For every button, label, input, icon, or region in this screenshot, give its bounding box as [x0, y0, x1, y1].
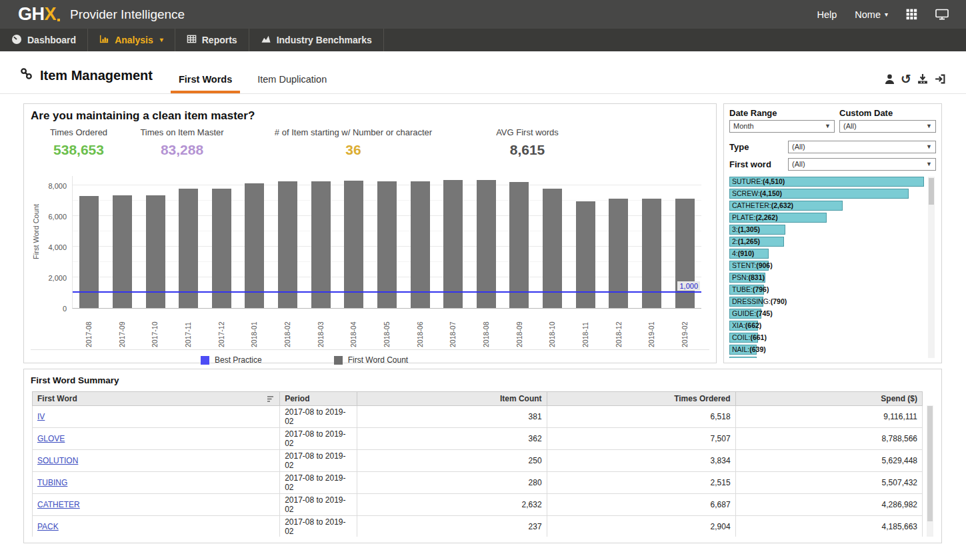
cell-first-word: TUBING — [33, 472, 280, 494]
first-word-filter-bar[interactable]: 4:(910) — [729, 249, 924, 261]
type-value: (All) — [792, 143, 805, 151]
nav-label: Dashboard — [27, 35, 76, 45]
user-menu[interactable]: Nome ▾ — [855, 9, 888, 20]
first-word-link[interactable]: PACK — [37, 522, 59, 531]
x-tick-label: 2017-10 — [145, 309, 165, 347]
cell-spend: 4,286,982 — [735, 494, 922, 516]
legend-first-word-count[interactable]: First Word Count — [334, 355, 408, 365]
first-word-filter-bar[interactable]: LPS:(628) — [729, 357, 924, 358]
list-scrollbar[interactable] — [928, 177, 935, 358]
first-word-filter-bar[interactable]: GUIDE:(745) — [729, 309, 924, 321]
first-word-link[interactable]: CATHETER — [37, 500, 80, 509]
nav-item-reports[interactable]: Reports — [175, 29, 249, 51]
first-word-filter-bar[interactable]: COIL:(661) — [729, 333, 924, 345]
scrollbar-thumb[interactable] — [929, 178, 934, 205]
chart-bar[interactable] — [179, 189, 198, 308]
cell-period: 2017-08 to 2019-02 — [280, 494, 357, 516]
first-word-link[interactable]: IV — [37, 412, 45, 421]
chart-legend: Best Practice First Word Count — [31, 349, 709, 370]
chart-bar[interactable] — [509, 182, 529, 308]
scrollbar-thumb[interactable] — [927, 406, 933, 521]
cell-item-count: 237 — [357, 516, 547, 537]
sort-icon[interactable] — [267, 395, 275, 405]
monitor-icon[interactable] — [935, 9, 949, 20]
y-axis: First Word Count 02,0004,0006,0008,000 — [31, 176, 72, 309]
first-word-select[interactable]: (All) ▼ — [788, 158, 936, 171]
column-header-spend[interactable]: Spend ($) — [735, 392, 922, 406]
bar-label: COIL:(661) — [732, 333, 767, 343]
tab-first-words[interactable]: First Words — [166, 74, 245, 93]
x-tick-label: 2019-01 — [642, 309, 661, 347]
first-word-link[interactable]: SOLUTION — [37, 456, 78, 465]
cell-times-ordered: 2,515 — [547, 472, 735, 494]
first-word-filter-bar[interactable]: 3:(1,305) — [729, 225, 924, 237]
kpi-value: 36 — [253, 142, 453, 158]
kpi-label: # of Item starting w/ Number or characte… — [253, 127, 453, 137]
first-word-link[interactable]: TUBING — [37, 478, 67, 487]
first-word-filter-bar[interactable]: XIA:(662) — [729, 321, 924, 333]
first-word-filter-bar[interactable]: NAIL:(639) — [729, 345, 924, 357]
chart-bar[interactable] — [245, 183, 264, 308]
bar-label: SCREW:(4,150) — [732, 189, 782, 199]
bar-label: DRESSING:(790) — [732, 297, 787, 307]
user-icon[interactable] — [884, 73, 895, 85]
apps-grid-icon[interactable] — [906, 9, 917, 20]
x-axis-labels: 2017-082017-092017-102017-112017-122018-… — [72, 309, 701, 347]
first-word-link[interactable]: GLOVE — [37, 434, 65, 443]
chart-bar[interactable] — [311, 181, 331, 308]
cell-first-word: PACK — [33, 516, 280, 537]
first-word-filter-bar[interactable]: PLATE:(2,262) — [729, 213, 924, 225]
chart-bar[interactable] — [543, 189, 562, 308]
y-tick-label: 8,000 — [48, 182, 67, 190]
custom-date-select[interactable]: (All) ▼ — [839, 120, 936, 133]
sign-out-icon[interactable] — [934, 73, 946, 85]
custom-date-value: (All) — [843, 122, 857, 130]
first-word-filter-bar[interactable]: CATHETER:(2,632) — [729, 201, 924, 213]
bars-row — [73, 176, 701, 308]
first-word-filter-bar[interactable]: 2:(1,265) — [729, 237, 924, 249]
download-icon[interactable] — [917, 73, 929, 85]
type-select[interactable]: (All) ▼ — [788, 141, 936, 153]
chart-bar[interactable] — [477, 180, 496, 308]
column-header-item-count[interactable]: Item Count — [357, 392, 547, 406]
nav-item-dashboard[interactable]: Dashboard — [0, 29, 88, 51]
kpi-value: 538,653 — [45, 142, 112, 158]
chevron-down-icon: ▾ — [160, 37, 163, 43]
chart-bar[interactable] — [344, 181, 363, 308]
x-tick-label: 2018-12 — [609, 309, 628, 347]
chart-bar[interactable] — [377, 181, 397, 308]
table-scrollbar[interactable] — [927, 405, 933, 537]
x-tick-label: 2018-05 — [377, 309, 396, 347]
chart-bar[interactable] — [212, 189, 231, 308]
first-word-filter-bar[interactable]: TUBE:(796) — [729, 285, 924, 297]
column-header-period[interactable]: Period — [280, 392, 357, 406]
chart-bar[interactable] — [278, 181, 297, 308]
tab-item-duplication[interactable]: Item Duplication — [245, 74, 339, 93]
dashboard-icon — [11, 34, 22, 47]
first-word-filter-bar[interactable]: SUTURE:(4,510) — [729, 177, 924, 189]
x-tick-label: 2017-09 — [112, 309, 131, 347]
refresh-icon[interactable]: ↺ — [901, 73, 911, 85]
cell-period: 2017-08 to 2019-02 — [280, 406, 357, 428]
first-word-filter-bar[interactable]: PSN:(831) — [729, 273, 924, 285]
x-tick-label: 2018-04 — [344, 309, 363, 347]
nav-item-analysis[interactable]: Analysis ▾ — [88, 29, 175, 51]
logo-dot — [57, 19, 60, 21]
first-word-filter-bar[interactable]: DRESSING:(790) — [729, 297, 924, 309]
area-chart-icon — [261, 34, 271, 46]
chart-bar[interactable] — [443, 180, 463, 308]
legend-best-practice[interactable]: Best Practice — [201, 355, 262, 365]
nav-item-industry-benchmarks[interactable]: Industry Benchmarks — [249, 29, 384, 51]
bar-label: PSN:(831) — [732, 273, 765, 283]
cell-times-ordered: 6,518 — [547, 406, 735, 428]
column-header-times-ordered[interactable]: Times Ordered — [547, 392, 735, 406]
column-header-first-word[interactable]: First Word — [33, 392, 280, 406]
y-tick-label: 0 — [63, 305, 67, 313]
help-link[interactable]: Help — [817, 9, 837, 20]
date-range-select[interactable]: Month ▼ — [729, 120, 835, 133]
summary-table: First Word Period Item Count Times Order… — [32, 391, 923, 537]
first-word-filter-bar[interactable]: STENT:(906) — [729, 261, 924, 273]
cell-times-ordered: 6,687 — [547, 494, 735, 516]
chart-bar[interactable] — [411, 181, 430, 308]
first-word-filter-bar[interactable]: SCREW:(4,150) — [729, 189, 924, 201]
